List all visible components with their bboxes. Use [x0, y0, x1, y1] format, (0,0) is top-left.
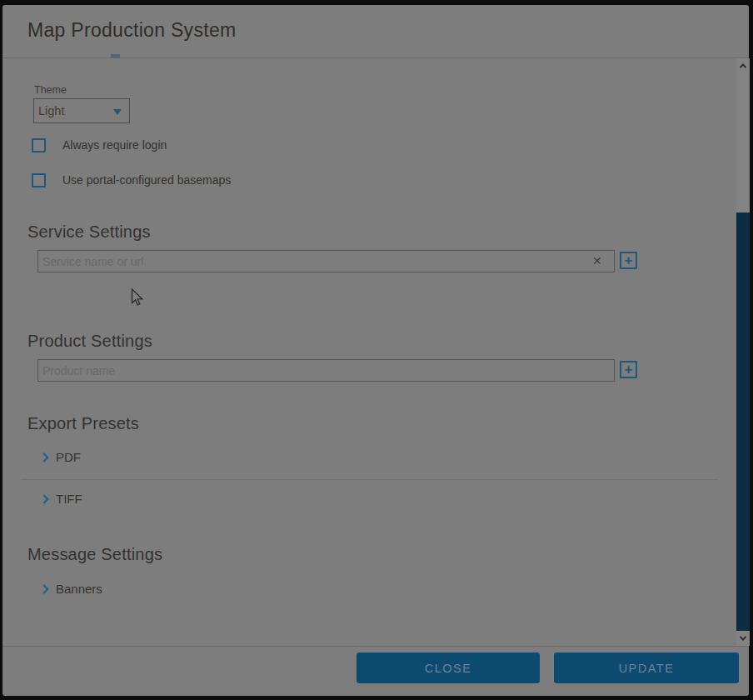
product-name-input[interactable]	[37, 359, 615, 382]
plus-icon: +	[625, 253, 633, 268]
product-settings-heading: Product Settings	[27, 332, 152, 351]
update-button[interactable]: UPDATE	[554, 652, 739, 683]
preset-label: PDF	[56, 450, 81, 464]
chevron-up-glyph	[740, 63, 746, 70]
caret-down-icon	[113, 109, 122, 115]
chevron-down-glyph	[740, 633, 746, 640]
clear-icon[interactable]: ✕	[592, 255, 602, 267]
plus-icon: +	[625, 362, 633, 377]
theme-dropdown[interactable]: Light	[33, 98, 130, 123]
divider	[21, 479, 718, 480]
scroll-down-icon[interactable]	[736, 631, 750, 646]
message-settings-heading: Message Settings	[27, 545, 162, 564]
expandable-row-tiff[interactable]: TIFF	[41, 492, 82, 506]
header-divider	[2, 58, 749, 58]
checkbox-always-require-login[interactable]	[32, 138, 46, 152]
scrollbar-thumb[interactable]	[736, 212, 750, 631]
chevron-right-icon	[39, 494, 48, 503]
expandable-row-banners[interactable]: Banners	[41, 582, 102, 596]
expandable-row-pdf[interactable]: PDF	[41, 450, 81, 464]
service-name-input[interactable]	[37, 250, 615, 272]
service-settings-heading: Service Settings	[27, 222, 151, 242]
scroll-up-icon[interactable]	[736, 58, 750, 73]
add-product-button[interactable]: +	[620, 361, 637, 378]
checkbox-label-always-require-login: Always require login	[62, 138, 167, 152]
theme-selected-value: Light	[34, 104, 64, 118]
chevron-right-icon	[39, 584, 48, 593]
dialog-title: Map Production System	[27, 19, 236, 42]
footer-divider	[2, 646, 749, 647]
chevron-right-icon	[39, 452, 48, 462]
clipped-scrolled-element	[111, 54, 120, 58]
checkbox-label-use-portal-basemaps: Use portal-configured basemaps	[62, 173, 231, 187]
add-service-button[interactable]: +	[620, 252, 637, 269]
banners-label: Banners	[56, 582, 102, 596]
export-presets-heading: Export Presets	[27, 414, 139, 433]
preset-label: TIFF	[56, 492, 82, 506]
close-button[interactable]: CLOSE	[357, 652, 540, 683]
theme-label: Theme	[34, 84, 67, 96]
checkbox-use-portal-basemaps[interactable]	[32, 173, 46, 188]
